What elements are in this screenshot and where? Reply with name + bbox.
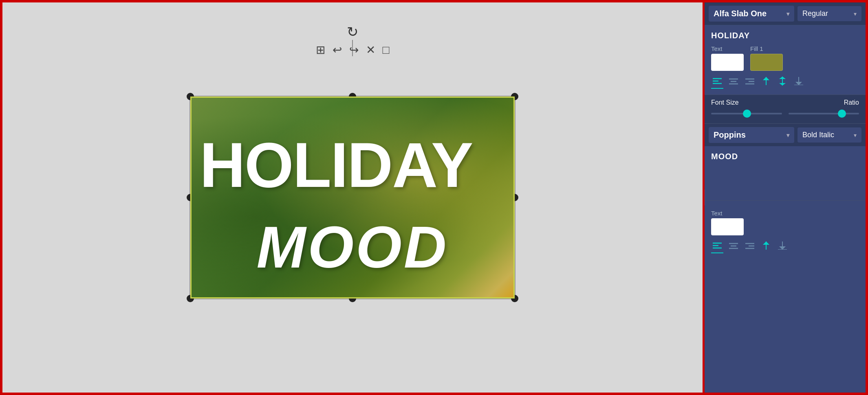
- valign-top-btn[interactable]: [760, 76, 772, 88]
- canvas-area: ↻ ⊞ ↩ ↪ ✕ □ HOLIDAY MOOD: [2, 2, 703, 393]
- main-font-dropdown[interactable]: Alfa Slab One ▾: [709, 6, 794, 22]
- holiday-section: HOLIDAY Text Fill 1: [705, 25, 866, 94]
- right-panel: ❯ Alfa Slab One ▾ Regular ▾ HOLIDAY Text…: [703, 2, 866, 393]
- fill-color-label: Fill 1: [750, 45, 783, 52]
- ratio-track: [789, 113, 859, 114]
- valign-mid-btn[interactable]: [776, 76, 789, 89]
- align-left-btn[interactable]: [711, 76, 723, 89]
- font-selectors-bottom: Poppins ▾ Bold Italic ▾: [705, 124, 866, 146]
- text-color-group: Text: [711, 45, 744, 71]
- valign-bot-btn[interactable]: [793, 76, 805, 88]
- mood-section-title: MOOD: [711, 152, 859, 161]
- bottom-valign-bot-btn[interactable]: [776, 241, 789, 253]
- sliders-row: [711, 110, 859, 118]
- selection-box: HOLIDAY MOOD: [189, 96, 516, 299]
- svg-marker-30: [779, 246, 786, 250]
- selection-container: HOLIDAY MOOD: [189, 96, 516, 299]
- holiday-text: HOLIDAY: [192, 134, 513, 197]
- rotate-icon[interactable]: ↻: [347, 24, 358, 40]
- fill-color-group: Fill 1: [750, 45, 783, 71]
- slider-labels: Font Size Ratio: [711, 99, 859, 106]
- font-size-thumb[interactable]: [743, 110, 751, 118]
- bottom-align-left-btn[interactable]: [711, 240, 723, 253]
- bottom-text-color-swatch[interactable]: [711, 218, 744, 235]
- text-color-swatch[interactable]: [711, 54, 744, 71]
- ratio-slider[interactable]: [789, 110, 859, 118]
- bottom-text-color-group: Text: [711, 210, 744, 235]
- svg-marker-12: [779, 77, 786, 79]
- undo-icon[interactable]: ↩: [333, 43, 342, 57]
- canvas-toolbar: ⊞ ↩ ↪ ✕ □: [316, 43, 390, 57]
- font-size-track: [711, 113, 782, 114]
- collapse-button[interactable]: ❯: [703, 190, 705, 206]
- align-right-btn[interactable]: [744, 76, 756, 88]
- slider-section: Font Size Ratio: [705, 95, 866, 123]
- close-icon[interactable]: ✕: [366, 43, 375, 57]
- bottom-text-label: Text: [711, 210, 744, 217]
- ratio-label: Ratio: [844, 99, 859, 106]
- mood-text: MOOD: [192, 213, 513, 281]
- svg-marker-10: [763, 77, 769, 80]
- expand-icon[interactable]: □: [383, 44, 390, 57]
- layout-icon[interactable]: ⊞: [316, 43, 325, 57]
- image-background: HOLIDAY MOOD: [192, 98, 513, 297]
- bottom-align-right-btn[interactable]: [744, 241, 756, 253]
- align-row: [711, 76, 859, 89]
- align-center-btn[interactable]: [727, 76, 740, 88]
- bottom-font-arrow: ▾: [786, 132, 789, 138]
- bottom-align-row: [711, 240, 859, 253]
- mood-content-area: [711, 166, 859, 195]
- font-size-label: Font Size: [711, 99, 739, 106]
- redo-icon[interactable]: ↪: [349, 43, 359, 57]
- bottom-font-dropdown[interactable]: Poppins ▾: [709, 127, 794, 143]
- bottom-align-center-btn[interactable]: [727, 241, 740, 253]
- bottom-valign-top-btn[interactable]: [760, 241, 772, 253]
- font-selectors-top: Alfa Slab One ▾ Regular ▾: [705, 2, 866, 25]
- ratio-thumb[interactable]: [838, 110, 846, 118]
- mood-section: MOOD: [705, 146, 866, 200]
- font-style-dropdown[interactable]: Regular ▾: [798, 6, 861, 21]
- color-row: Text Fill 1: [711, 45, 859, 71]
- bottom-font-name: Poppins: [714, 130, 746, 140]
- svg-marker-13: [779, 83, 786, 86]
- image-content: HOLIDAY MOOD: [190, 97, 515, 298]
- main-font-arrow: ▾: [786, 11, 789, 17]
- main-font-name: Alfa Slab One: [714, 9, 767, 18]
- svg-marker-16: [795, 82, 802, 85]
- font-style-arrow: ▾: [854, 11, 857, 17]
- font-size-slider[interactable]: [711, 110, 782, 118]
- fill-color-swatch[interactable]: [750, 54, 783, 71]
- bottom-style-dropdown[interactable]: Bold Italic ▾: [798, 127, 861, 143]
- bottom-style-arrow: ▾: [854, 132, 857, 138]
- bottom-text-section: Text: [705, 201, 866, 393]
- font-style-name: Regular: [802, 9, 828, 18]
- svg-marker-27: [763, 241, 769, 245]
- text-color-label: Text: [711, 45, 744, 52]
- holiday-section-title: HOLIDAY: [711, 31, 859, 40]
- bottom-color-row: Text: [711, 210, 859, 235]
- bottom-style-name: Bold Italic: [802, 131, 834, 139]
